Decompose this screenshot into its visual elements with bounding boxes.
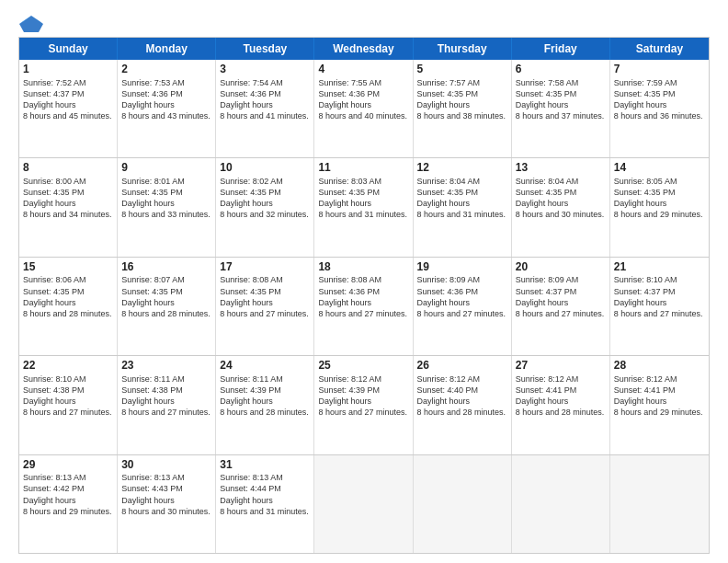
day-number: 30 — [121, 458, 211, 473]
day-info: Sunrise: 7:57 AM Sunset: 4:35 PM Dayligh… — [417, 77, 507, 122]
day-number: 2 — [121, 63, 211, 77]
calendar-week-3: 15 Sunrise: 8:06 AM Sunset: 4:35 PM Dayl… — [19, 257, 709, 355]
calendar-header: SundayMondayTuesdayWednesdayThursdayFrid… — [19, 38, 709, 60]
day-info: Sunrise: 8:02 AM Sunset: 4:35 PM Dayligh… — [220, 176, 310, 221]
day-info: Sunrise: 8:12 AM Sunset: 4:41 PM Dayligh… — [614, 373, 705, 419]
calendar-cell: 31 Sunrise: 8:13 AM Sunset: 4:44 PM Dayl… — [216, 455, 314, 553]
calendar-cell: 27 Sunrise: 8:12 AM Sunset: 4:41 PM Dayl… — [512, 356, 610, 454]
day-number: 24 — [220, 359, 310, 373]
calendar-cell: 8 Sunrise: 8:00 AM Sunset: 4:35 PM Dayli… — [19, 158, 118, 256]
calendar-cell: 2 Sunrise: 7:53 AM Sunset: 4:36 PM Dayli… — [118, 60, 216, 157]
day-info: Sunrise: 8:06 AM Sunset: 4:35 PM Dayligh… — [23, 274, 113, 319]
day-number: 29 — [23, 458, 113, 473]
day-number: 1 — [23, 63, 113, 77]
day-number: 22 — [23, 359, 113, 373]
calendar: SundayMondayTuesdayWednesdayThursdayFrid… — [18, 37, 710, 554]
calendar-cell: 24 Sunrise: 8:11 AM Sunset: 4:39 PM Dayl… — [216, 356, 314, 454]
logo-area — [18, 15, 46, 33]
day-info: Sunrise: 8:11 AM Sunset: 4:38 PM Dayligh… — [121, 373, 211, 419]
day-number: 16 — [121, 260, 211, 275]
day-header-wednesday: Wednesday — [314, 38, 413, 60]
day-header-sunday: Sunday — [19, 38, 118, 60]
calendar-cell: 15 Sunrise: 8:06 AM Sunset: 4:35 PM Dayl… — [19, 258, 118, 355]
day-number: 4 — [318, 63, 408, 77]
calendar-cell: 12 Sunrise: 8:04 AM Sunset: 4:35 PM Dayl… — [414, 158, 512, 256]
day-number: 28 — [614, 359, 705, 373]
day-number: 31 — [220, 458, 310, 473]
day-number: 13 — [516, 161, 606, 176]
calendar-cell: 16 Sunrise: 8:07 AM Sunset: 4:35 PM Dayl… — [118, 258, 216, 355]
calendar-cell — [414, 455, 512, 553]
day-info: Sunrise: 8:03 AM Sunset: 4:35 PM Dayligh… — [318, 176, 408, 221]
day-info: Sunrise: 8:09 AM Sunset: 4:37 PM Dayligh… — [516, 274, 606, 319]
day-header-thursday: Thursday — [414, 38, 512, 60]
calendar-cell: 30 Sunrise: 8:13 AM Sunset: 4:43 PM Dayl… — [118, 455, 216, 553]
day-number: 6 — [516, 63, 606, 77]
day-info: Sunrise: 8:05 AM Sunset: 4:35 PM Dayligh… — [614, 176, 705, 221]
calendar-cell — [512, 455, 610, 553]
day-number: 19 — [417, 260, 507, 275]
day-info: Sunrise: 8:10 AM Sunset: 4:37 PM Dayligh… — [614, 274, 705, 319]
day-info: Sunrise: 7:58 AM Sunset: 4:35 PM Dayligh… — [516, 77, 606, 122]
calendar-cell: 5 Sunrise: 7:57 AM Sunset: 4:35 PM Dayli… — [414, 60, 512, 157]
day-info: Sunrise: 7:53 AM Sunset: 4:36 PM Dayligh… — [121, 77, 211, 122]
day-number: 21 — [614, 260, 705, 275]
calendar-cell: 1 Sunrise: 7:52 AM Sunset: 4:37 PM Dayli… — [19, 60, 118, 157]
day-info: Sunrise: 7:55 AM Sunset: 4:36 PM Dayligh… — [318, 77, 408, 122]
calendar-cell: 19 Sunrise: 8:09 AM Sunset: 4:36 PM Dayl… — [414, 258, 512, 355]
calendar-cell — [610, 455, 709, 553]
day-number: 14 — [614, 161, 705, 176]
calendar-cell: 26 Sunrise: 8:12 AM Sunset: 4:40 PM Dayl… — [414, 356, 512, 454]
calendar-cell: 23 Sunrise: 8:11 AM Sunset: 4:38 PM Dayl… — [118, 356, 216, 454]
day-info: Sunrise: 8:09 AM Sunset: 4:36 PM Dayligh… — [417, 274, 507, 319]
calendar-week-1: 1 Sunrise: 7:52 AM Sunset: 4:37 PM Dayli… — [19, 60, 709, 157]
calendar-cell: 4 Sunrise: 7:55 AM Sunset: 4:36 PM Dayli… — [314, 60, 413, 157]
calendar-cell: 6 Sunrise: 7:58 AM Sunset: 4:35 PM Dayli… — [512, 60, 610, 157]
calendar-body: 1 Sunrise: 7:52 AM Sunset: 4:37 PM Dayli… — [19, 60, 709, 553]
day-header-tuesday: Tuesday — [216, 38, 314, 60]
page: SundayMondayTuesdayWednesdayThursdayFrid… — [0, 0, 728, 563]
day-info: Sunrise: 8:07 AM Sunset: 4:35 PM Dayligh… — [121, 274, 211, 319]
day-info: Sunrise: 8:08 AM Sunset: 4:36 PM Dayligh… — [318, 274, 408, 319]
calendar-cell: 13 Sunrise: 8:04 AM Sunset: 4:35 PM Dayl… — [512, 158, 610, 256]
day-info: Sunrise: 8:13 AM Sunset: 4:42 PM Dayligh… — [23, 472, 113, 517]
calendar-cell: 28 Sunrise: 8:12 AM Sunset: 4:41 PM Dayl… — [610, 356, 709, 454]
calendar-cell: 17 Sunrise: 8:08 AM Sunset: 4:35 PM Dayl… — [216, 258, 314, 355]
day-number: 10 — [220, 161, 310, 176]
day-info: Sunrise: 8:04 AM Sunset: 4:35 PM Dayligh… — [417, 176, 507, 221]
day-info: Sunrise: 7:54 AM Sunset: 4:36 PM Dayligh… — [220, 77, 310, 122]
day-number: 25 — [318, 359, 408, 373]
calendar-week-5: 29 Sunrise: 8:13 AM Sunset: 4:42 PM Dayl… — [19, 454, 709, 553]
day-info: Sunrise: 8:11 AM Sunset: 4:39 PM Dayligh… — [220, 373, 310, 419]
day-number: 11 — [318, 161, 408, 176]
day-info: Sunrise: 8:12 AM Sunset: 4:41 PM Dayligh… — [516, 373, 606, 419]
calendar-cell: 14 Sunrise: 8:05 AM Sunset: 4:35 PM Dayl… — [610, 158, 709, 256]
day-info: Sunrise: 8:12 AM Sunset: 4:39 PM Dayligh… — [318, 373, 408, 419]
calendar-cell: 7 Sunrise: 7:59 AM Sunset: 4:35 PM Dayli… — [610, 60, 709, 157]
day-number: 5 — [417, 63, 507, 77]
day-info: Sunrise: 8:13 AM Sunset: 4:43 PM Dayligh… — [121, 472, 211, 517]
day-info: Sunrise: 8:01 AM Sunset: 4:35 PM Dayligh… — [121, 176, 211, 221]
day-number: 18 — [318, 260, 408, 275]
logo — [18, 15, 46, 33]
calendar-cell: 21 Sunrise: 8:10 AM Sunset: 4:37 PM Dayl… — [610, 258, 709, 355]
day-number: 20 — [516, 260, 606, 275]
day-number: 12 — [417, 161, 507, 176]
day-number: 17 — [220, 260, 310, 275]
day-info: Sunrise: 8:08 AM Sunset: 4:35 PM Dayligh… — [220, 274, 310, 319]
calendar-cell: 22 Sunrise: 8:10 AM Sunset: 4:38 PM Dayl… — [19, 356, 118, 454]
calendar-cell: 3 Sunrise: 7:54 AM Sunset: 4:36 PM Dayli… — [216, 60, 314, 157]
calendar-cell — [314, 455, 413, 553]
day-info: Sunrise: 7:52 AM Sunset: 4:37 PM Dayligh… — [23, 77, 113, 122]
day-number: 3 — [220, 63, 310, 77]
svg-marker-0 — [19, 16, 43, 32]
day-info: Sunrise: 8:10 AM Sunset: 4:38 PM Dayligh… — [23, 373, 113, 419]
day-number: 27 — [516, 359, 606, 373]
calendar-cell: 29 Sunrise: 8:13 AM Sunset: 4:42 PM Dayl… — [19, 455, 118, 553]
calendar-cell: 11 Sunrise: 8:03 AM Sunset: 4:35 PM Dayl… — [314, 158, 413, 256]
day-number: 15 — [23, 260, 113, 275]
day-number: 7 — [614, 63, 705, 77]
day-header-friday: Friday — [512, 38, 610, 60]
calendar-week-2: 8 Sunrise: 8:00 AM Sunset: 4:35 PM Dayli… — [19, 157, 709, 256]
day-info: Sunrise: 8:04 AM Sunset: 4:35 PM Dayligh… — [516, 176, 606, 221]
